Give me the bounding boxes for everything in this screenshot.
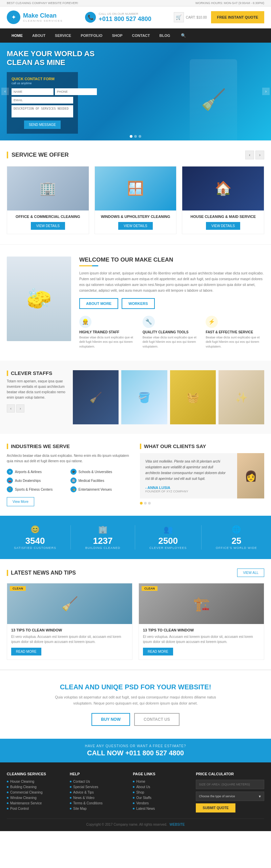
footer-link-2-6[interactable]: Site Map (70, 807, 127, 810)
cart[interactable]: 🛒 CART: $10.00 (174, 12, 207, 22)
footer-col1-title: CLEANING SERVICES (7, 772, 64, 776)
stat-divider-1 (70, 525, 71, 550)
footer-link-3-6[interactable]: Latest News (133, 807, 190, 810)
feature-icon-1: 👷 (79, 316, 91, 328)
stat-number-3: 2500 (149, 536, 187, 546)
view-more-button[interactable]: View More (7, 497, 34, 506)
welcome-section: 🧽 WELCOME TO OUR MAKE CLEAN Lorem ipsum … (0, 244, 271, 361)
footer-submit-button[interactable]: SUBMIT QUOTE (196, 803, 235, 813)
news-btn-2[interactable]: READ MORE (143, 648, 173, 655)
clever-prev-btn[interactable]: ‹ (7, 404, 15, 413)
hero-dot-1[interactable] (130, 135, 132, 138)
hero-form: quick contact form call us anytime SEND … (7, 72, 78, 134)
footer-col-2: HELP Contact Us Special Services Advice … (70, 772, 127, 813)
about-more-button[interactable]: ABOUT MORE (79, 298, 118, 309)
clever-image-4: ✨ (218, 370, 264, 424)
service-btn-1[interactable]: VIEW DETAILS (31, 222, 65, 230)
nav-item-home[interactable]: HOME (7, 29, 27, 42)
feature-3: ⚡ FAST & EFFECTIVE SERVICE Beatae vitae … (206, 316, 264, 349)
hero-phone-input[interactable] (55, 88, 97, 95)
footer-link-3-4[interactable]: Our Staffs (133, 796, 190, 800)
clever-title: CLEVER STAFFS (11, 370, 52, 376)
footer-copyright-link[interactable]: WEBSITE (169, 823, 185, 826)
footer-service-select[interactable]: Choose the type of service (196, 792, 264, 801)
footer-link-1-4[interactable]: Window Cleaning (7, 796, 64, 800)
header-right: 🛒 CART: $10.00 FREE INSTANT QUOTE (174, 11, 265, 23)
service-btn-2[interactable]: VIEW DETAILS (118, 222, 152, 230)
industries-column: INDUSTRIES WE SERVE Architecto beatae vi… (7, 443, 131, 506)
stat-icon-2: 🏢 (85, 525, 121, 534)
clever-text: Totam rem aperiam, eaque ipsa quae inven… (7, 379, 66, 400)
two-col-section: INDUSTRIES WE SERVE Architecto beatae vi… (0, 434, 271, 516)
footer: CLEANING SERVICES House Cleaning Buildin… (0, 762, 271, 831)
industries-text: Architecto beatae vitae dicta sunt expli… (7, 453, 131, 464)
footer-link-1-5[interactable]: Maintenance Service (7, 801, 64, 805)
clever-next-btn[interactable]: › (16, 404, 24, 413)
footer-link-3-3[interactable]: Shop (133, 791, 190, 794)
welcome-text: Lorem ipsum dolor sit amet, quisque volu… (79, 270, 264, 293)
stat-icon-4: 🌐 (216, 525, 257, 534)
nav-item-contact[interactable]: CONTACT (127, 29, 155, 42)
hero-name-input[interactable] (12, 88, 54, 95)
nav-item-blog[interactable]: BLOG (155, 29, 175, 42)
stat-2: 🏢 1237 BUILDING CLEANED (85, 525, 121, 550)
footer-link-2-2[interactable]: Special Services (70, 785, 127, 789)
view-all-button[interactable]: VIEW ALL (237, 569, 264, 577)
testimonial-dot-2[interactable] (144, 502, 147, 505)
footer-link-2-3[interactable]: Advice & Tips (70, 791, 127, 794)
hero-description-input[interactable] (12, 105, 73, 117)
footer-link-3-1[interactable]: Home (133, 780, 190, 783)
testimonial-dot-3[interactable] (148, 502, 151, 505)
contact-us-button[interactable]: CONTACT US (134, 713, 180, 726)
industry-4: 🏥 Medical Facilities (70, 477, 131, 484)
footer-link-1-1[interactable]: House Cleaning (7, 780, 64, 783)
nav-item-portfolio[interactable]: PORTFOLIO (76, 29, 107, 42)
footer-link-1-6[interactable]: Post Control (7, 807, 64, 810)
footer-link-2-5[interactable]: Terms & Conditions (70, 801, 127, 805)
clever-accent (7, 371, 8, 376)
services-prev-btn[interactable]: ‹ (245, 151, 254, 159)
footer-area-input[interactable] (196, 780, 264, 789)
industries-accent (7, 444, 8, 449)
quote-button[interactable]: FREE INSTANT QUOTE (211, 11, 264, 23)
hero-arrow-right[interactable]: › (262, 88, 270, 95)
footer-link-2-1[interactable]: Contact Us (70, 780, 127, 783)
footer-link-2-4[interactable]: News & Video (70, 796, 127, 800)
service-card-3: 🏠 HOUSE CLEANING & MAID SERVICE VIEW DET… (182, 166, 264, 234)
nav-item-shop[interactable]: SHOP (107, 29, 127, 42)
stat-icon-1: 😊 (14, 525, 56, 534)
testimonial-dot-1[interactable] (140, 502, 143, 505)
industries-title: INDUSTRIES WE SERVE (11, 443, 70, 449)
nav-item-about[interactable]: ABOUT (27, 29, 50, 42)
hero-dot-3[interactable] (139, 135, 141, 138)
call-number[interactable]: CALL NOW +011 800 527 4800 (7, 749, 264, 757)
logo[interactable]: ✦ Make Clean CLEANING SERVICES (7, 10, 63, 24)
phone-icon: 📞 (85, 12, 96, 23)
call-label: HAVE ANY QUESTIONS OR WANT A FREE ESTIMA… (7, 744, 264, 748)
feature-icon-2: 🔧 (143, 316, 155, 328)
hero-email-input[interactable] (12, 97, 73, 104)
services-next-btn[interactable]: › (255, 151, 264, 159)
footer-link-1-2[interactable]: Building Cleaning (7, 785, 64, 789)
buy-now-button[interactable]: BUY NOW (91, 713, 130, 726)
nav-item-service[interactable]: SERVICE (50, 29, 76, 42)
feature-1: 👷 HIGHLY TRAINED STAFF Beatae vitae dict… (79, 316, 138, 349)
footer-link-3-2[interactable]: About Us (133, 785, 190, 789)
footer-link-1-3[interactable]: Commercial Cleaning (7, 791, 64, 794)
welcome-content: WELCOME TO OUR MAKE CLEAN Lorem ipsum do… (79, 257, 264, 349)
workers-button[interactable]: WORKERS (122, 298, 154, 309)
clever-images: 🧹 🪣 🧺 ✨ (73, 370, 264, 424)
service-btn-3[interactable]: VIEW DETAILS (206, 222, 240, 230)
feature-text-1: Beatae vitae dicta sunt explicabo que et… (79, 335, 138, 349)
nav-search-icon[interactable]: 🔍 (176, 28, 191, 43)
news-card-1: 🧹 CLEAN 13 TIPS TO CLEAN WINDOW Et vero … (7, 583, 132, 660)
footer-col2-title: HELP (70, 772, 127, 776)
news-text-2: Et vero voluptua. Accusam est loreem ips… (143, 634, 260, 644)
call-bar: HAVE ANY QUESTIONS OR WANT A FREE ESTIMA… (0, 739, 271, 762)
footer-link-3-5[interactable]: Vendors (133, 801, 190, 805)
hero-submit-button[interactable]: SEND MESSAGE (24, 120, 61, 129)
stat-3: 👥 2500 CLEVER EMPLOYEES (149, 525, 187, 550)
news-btn-1[interactable]: READ MORE (11, 648, 41, 655)
hero-arrow-left[interactable]: ‹ (1, 88, 9, 95)
hero-dot-2[interactable] (134, 135, 137, 138)
